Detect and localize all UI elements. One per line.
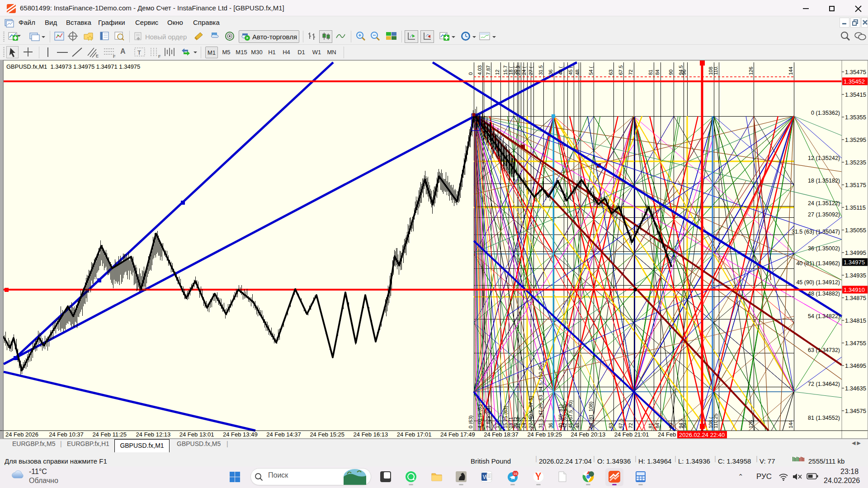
svg-text:126: 126 (748, 420, 754, 428)
svg-text:0: 0 (468, 72, 473, 75)
svg-text:27 (1.35092): 27 (1.35092) (808, 211, 840, 218)
svg-text:24 Feb 14:37: 24 Feb 14:37 (266, 431, 301, 438)
svg-text:144: 144 (788, 420, 793, 428)
svg-text:F: F (113, 54, 116, 58)
svg-text:1.34755: 1.34755 (845, 340, 866, 347)
svg-text:96: 96 (681, 70, 687, 75)
svg-text:1.35355: 1.35355 (845, 114, 866, 121)
svg-text:1.35475: 1.35475 (845, 69, 866, 75)
svg-text:24 (2: 24 (2 (521, 417, 527, 428)
svg-text:40 (81) (1.34962): 40 (81) (1.34962) (796, 260, 840, 267)
svg-text:72: 72 (628, 423, 633, 428)
svg-text:E: E (96, 54, 99, 58)
svg-text:40 (: 40 ( (558, 66, 563, 75)
svg-text:1.35295: 1.35295 (845, 136, 866, 143)
svg-text:81 (1.34552): 81 (1.34552) (808, 415, 840, 421)
svg-text:24 (1.35122): 24 (1.35122) (808, 200, 840, 206)
svg-text:42 (63_84): 42 (63_84) (562, 404, 567, 428)
svg-text:54 (81_108): 54 (81_108) (588, 402, 594, 428)
svg-text:63: 63 (608, 70, 613, 75)
svg-text:1.35415: 1.35415 (845, 91, 866, 98)
svg-text:1.35452: 1.35452 (844, 78, 865, 85)
svg-text:7.875 (63): 7.875 (63) (486, 406, 491, 428)
svg-text:45 (67.5_90): 45 (67.5_90) (568, 400, 573, 428)
svg-text:144: 144 (788, 67, 793, 75)
svg-text:126: 126 (748, 67, 754, 75)
svg-text:48 (1.34882): 48 (1.34882) (808, 291, 840, 297)
svg-text:24 Feb 19:25: 24 Feb 19:25 (527, 431, 562, 438)
svg-text:1.34635: 1.34635 (845, 385, 866, 392)
svg-text:18 (1.35182): 18 (1.35182) (808, 178, 840, 184)
svg-text:16: 16 (514, 472, 518, 476)
svg-text:81: 81 (648, 423, 653, 428)
svg-text:24 Feb 18:37: 24 Feb 18:37 (484, 431, 519, 438)
svg-text:90: 90 (668, 70, 674, 75)
svg-text:2026.02.24 22:40: 2026.02.24 22:40 (679, 432, 725, 438)
svg-text:24 Feb 10:37: 24 Feb 10:37 (49, 431, 84, 438)
svg-text:1.35175: 1.35175 (845, 182, 866, 188)
svg-text:24 Feb 17:01: 24 Feb 17:01 (397, 431, 432, 438)
svg-text:4.03: 4.03 (477, 66, 482, 75)
svg-text:1.35235: 1.35235 (845, 159, 866, 166)
svg-text:1.34815: 1.34815 (845, 317, 866, 324)
svg-text:36: 36 (548, 423, 553, 428)
svg-text:1.34875: 1.34875 (845, 295, 866, 301)
svg-text:36 (1.35002): 36 (1.35002) (808, 245, 840, 252)
svg-text:67.5: 67.5 (618, 419, 623, 428)
svg-text:4.03 (5 (63: 4.03 (5 (63 (477, 404, 482, 428)
svg-text:24 Feb 2026: 24 Feb 2026 (5, 431, 38, 438)
svg-text:110.25: 110.25 (713, 413, 718, 428)
svg-text:110.: 110. (713, 66, 718, 75)
svg-text:GBPUSD.fx,M1 1.34973 1.34975: GBPUSD.fx,M1 1.34973 1.34975 1.34971 1.3… (6, 63, 140, 70)
svg-text:24 Feb 12:13: 24 Feb 12:13 (136, 431, 171, 438)
svg-text:45 (: 45 ( (568, 66, 573, 75)
svg-text:12: 12 (495, 70, 500, 75)
svg-text:27 (: 27 ( (528, 66, 533, 75)
svg-text:31.5 (63) (1.35047): 31.5 (63) (1.35047) (792, 229, 840, 235)
svg-text:1.34935: 1.34935 (845, 272, 866, 279)
svg-text:27 (40.5_67.5): 27 (40.5_67.5) (528, 396, 533, 428)
svg-text:21.2: 21.2 (515, 66, 521, 75)
svg-text:12 (1.35242): 12 (1.35242) (808, 155, 840, 161)
svg-text:96: 96 (681, 423, 687, 428)
svg-text:1.34695: 1.34695 (845, 362, 866, 369)
svg-text:T: T (137, 49, 141, 56)
svg-text:24 Feb 16:13: 24 Feb 16:13 (354, 431, 388, 438)
svg-text:1.34995: 1.34995 (845, 249, 866, 256)
svg-text:81: 81 (648, 70, 653, 75)
svg-text:84: 84 (655, 70, 660, 75)
svg-text:36: 36 (548, 70, 553, 75)
svg-text:45 (90) (1.34912): 45 (90) (1.34912) (796, 279, 840, 286)
svg-text:72: 72 (628, 70, 633, 75)
svg-text:24 Feb 20:13: 24 Feb 20:13 (571, 431, 606, 438)
svg-text:24 (: 24 ( (521, 66, 527, 75)
svg-text:31.5 (47.25_63_94.5_110.25): 31.5 (47.25_63_94.5_110.25) (538, 363, 543, 428)
svg-text:12: 12 (495, 423, 500, 428)
svg-text:24 Feb 13:49: 24 Feb 13:49 (223, 431, 258, 438)
svg-text:1.34575: 1.34575 (845, 408, 866, 414)
svg-text:84: 84 (655, 423, 660, 428)
svg-text:90: 90 (668, 423, 674, 428)
svg-text:54 (: 54 ( (588, 66, 594, 75)
svg-text:48: 48 (575, 423, 580, 428)
svg-text:63: 63 (608, 423, 613, 428)
svg-text:24 Feb 15:25: 24 Feb 15:25 (310, 431, 344, 438)
svg-text:48: 48 (575, 70, 580, 75)
svg-text:F: F (158, 54, 161, 58)
svg-text:72 (1.34642): 72 (1.34642) (808, 381, 840, 387)
svg-text:21 (2: 21 (2 (515, 417, 521, 428)
svg-text:0 (1.35362): 0 (1.35362) (811, 110, 840, 116)
svg-text:7.87: 7.87 (486, 66, 491, 75)
svg-text:24 Feb 17:49: 24 Feb 17:49 (440, 431, 475, 438)
svg-text:24 Feb 11:25: 24 Feb 11:25 (92, 431, 127, 438)
svg-text:1.35055: 1.35055 (845, 227, 866, 234)
svg-text:54 (1.34822): 54 (1.34822) (808, 313, 840, 319)
svg-text:24 Feb 13:01: 24 Feb 13:01 (179, 431, 214, 438)
svg-text:67.5: 67.5 (618, 66, 623, 75)
svg-text:31.5: 31.5 (538, 66, 543, 75)
svg-text:1.34910: 1.34910 (844, 286, 865, 293)
svg-text:1.35115: 1.35115 (845, 204, 866, 211)
svg-text:1.34975: 1.34975 (844, 259, 865, 266)
svg-text:0 (63): 0 (63) (468, 415, 473, 428)
svg-text:24 Feb 21:01: 24 Feb 21:01 (614, 431, 649, 438)
